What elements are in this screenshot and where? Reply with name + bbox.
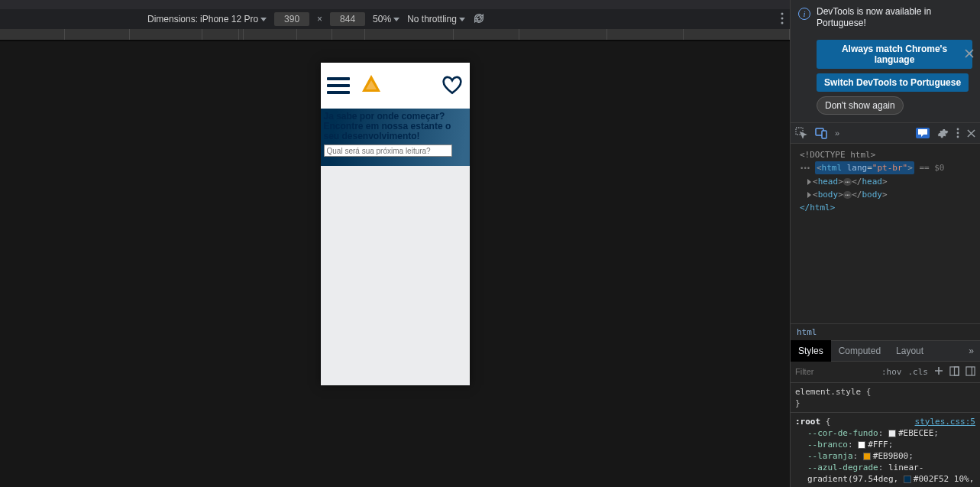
devtools-panel: i DevTools is now available in Portugues…	[790, 0, 980, 487]
viewport-canvas: Ja sabe por onde começar? Encontre em no…	[0, 40, 790, 487]
settings-icon[interactable]	[937, 128, 949, 139]
svg-point-8	[957, 136, 959, 138]
svg-point-1	[781, 17, 784, 19]
device-toolbar: Dimensions: iPhone 12 Pro × 50% No throt…	[0, 9, 790, 29]
dom-body-element[interactable]: <body>⋯</body>	[794, 188, 977, 201]
device-name: iPhone 12 Pro	[200, 14, 258, 24]
rule-element-style[interactable]: element.style { }	[791, 383, 980, 412]
mobile-header	[321, 63, 470, 109]
dom-head-element[interactable]: <head>⋯</head>	[794, 175, 977, 188]
svg-point-0	[781, 12, 784, 15]
tab-computed[interactable]: Computed	[831, 340, 888, 362]
rule-root[interactable]: styles.css:5 :root { --cor-de-fundo: #EB…	[791, 412, 980, 488]
hero-section: Ja sabe por onde começar? Encontre em no…	[321, 109, 470, 166]
styles-pane[interactable]: element.style { } styles.css:5 :root { -…	[791, 383, 980, 488]
devtools-tab-strip: »	[791, 122, 980, 144]
more-tabs-icon[interactable]: »	[961, 340, 980, 362]
width-input[interactable]	[274, 12, 309, 26]
caret-down-icon	[260, 18, 267, 21]
svg-point-6	[957, 128, 959, 131]
zoom-value: 50%	[373, 14, 391, 24]
rotate-icon[interactable]	[473, 12, 485, 27]
infobar-message: DevTools is now available in Portuguese!	[817, 6, 972, 29]
logo-icon[interactable]	[359, 73, 383, 99]
dom-doctype[interactable]: <!DOCTYPE html>	[794, 148, 977, 161]
kebab-menu-icon[interactable]	[781, 12, 784, 27]
page-content: Ja sabe por onde começar? Encontre em no…	[321, 63, 470, 385]
infobar-buttons: Always match Chrome's language Switch De…	[791, 35, 980, 122]
sidebar-toggle-icon[interactable]	[965, 366, 975, 378]
always-match-button[interactable]: Always match Chrome's language	[817, 40, 972, 69]
browser-url-strip	[0, 0, 790, 9]
styles-tab-strip: Styles Computed Layout »	[791, 340, 980, 362]
computed-icon[interactable]	[949, 366, 959, 378]
close-icon[interactable]	[965, 49, 974, 60]
new-rule-icon[interactable]	[934, 366, 943, 377]
search-input[interactable]	[324, 144, 452, 157]
more-tabs-icon[interactable]: »	[835, 128, 838, 138]
height-input[interactable]	[330, 12, 365, 26]
switch-language-button[interactable]: Switch DevTools to Portuguese	[817, 73, 969, 92]
throttling-value: No throttling	[407, 14, 457, 24]
heart-icon[interactable]	[441, 75, 464, 97]
inspect-icon[interactable]	[795, 127, 807, 139]
elements-dom-tree[interactable]: <!DOCTYPE html> ••• <html lang="pt-br"> …	[791, 144, 980, 219]
styles-filter-row: :hov .cls	[791, 362, 980, 383]
device-selector[interactable]: Dimensions: iPhone 12 Pro	[147, 14, 267, 24]
close-icon[interactable]	[967, 129, 975, 138]
svg-rect-11	[966, 366, 975, 375]
svg-point-7	[957, 132, 959, 135]
dom-html-element[interactable]: ••• <html lang="pt-br"> == $0	[794, 161, 977, 175]
issues-icon[interactable]	[916, 128, 930, 138]
caret-down-icon	[393, 18, 399, 21]
tab-layout[interactable]: Layout	[888, 340, 931, 362]
tab-styles[interactable]: Styles	[791, 340, 831, 362]
cls-toggle[interactable]: .cls	[908, 367, 929, 377]
kebab-menu-icon[interactable]	[956, 128, 959, 138]
styles-filter-input[interactable]	[795, 367, 833, 376]
responsive-ruler	[0, 29, 790, 40]
svg-rect-5	[822, 131, 826, 138]
dont-show-button[interactable]: Don't show again	[817, 96, 904, 115]
device-frame: Ja sabe por onde começar? Encontre em no…	[321, 63, 470, 385]
hamburger-icon[interactable]	[327, 77, 350, 94]
throttling-selector[interactable]: No throttling	[407, 14, 465, 24]
dimensions-prefix: Dimensions:	[147, 14, 198, 24]
device-toggle-icon[interactable]	[815, 127, 827, 139]
dimension-separator: ×	[317, 14, 322, 24]
emulated-viewport-area: Dimensions: iPhone 12 Pro × 50% No throt…	[0, 0, 790, 487]
source-link[interactable]: styles.css:5	[915, 416, 975, 427]
dom-html-close[interactable]: </html>	[794, 201, 977, 214]
svg-rect-10	[955, 366, 959, 375]
elements-breadcrumb[interactable]: html	[791, 323, 980, 340]
breadcrumb-html[interactable]: html	[797, 327, 817, 337]
language-infobar: i DevTools is now available in Portugues…	[791, 0, 980, 35]
svg-point-2	[781, 21, 784, 24]
hero-text: Ja sabe por onde começar? Encontre em no…	[324, 112, 467, 141]
hov-toggle[interactable]: :hov	[881, 367, 902, 377]
info-icon: i	[798, 8, 810, 20]
zoom-selector[interactable]: 50%	[373, 14, 399, 24]
caret-down-icon	[459, 18, 465, 21]
